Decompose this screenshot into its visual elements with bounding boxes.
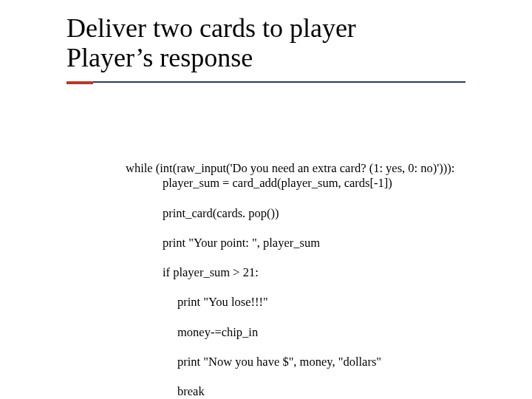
slide: Deliver two cards to player Player’s res… <box>0 0 532 399</box>
code-line: player_sum = card_add(player_sum, cards[… <box>126 176 510 191</box>
code-line: print "Now you have $", money, "dollars" <box>126 355 510 369</box>
code-line: money-=chip_in <box>126 325 510 340</box>
code-line: break <box>126 384 510 399</box>
code-line: while (int(raw_input('Do you need an ext… <box>126 161 454 175</box>
code-line: print_card(cards. pop()) <box>126 206 510 221</box>
code-block: while (int(raw_input('Do you need an ext… <box>126 146 510 399</box>
slide-title: Deliver two cards to player Player’s res… <box>66 13 480 73</box>
title-underline <box>66 81 466 83</box>
title-accent <box>66 81 93 84</box>
code-line: if player_sum > 21: <box>126 265 510 280</box>
title-line-1: Deliver two cards to player <box>66 13 480 43</box>
code-line: print "Your point: ", player_sum <box>126 236 510 250</box>
title-line-2: Player’s response <box>66 43 480 72</box>
code-line: print "You lose!!!" <box>126 295 510 310</box>
